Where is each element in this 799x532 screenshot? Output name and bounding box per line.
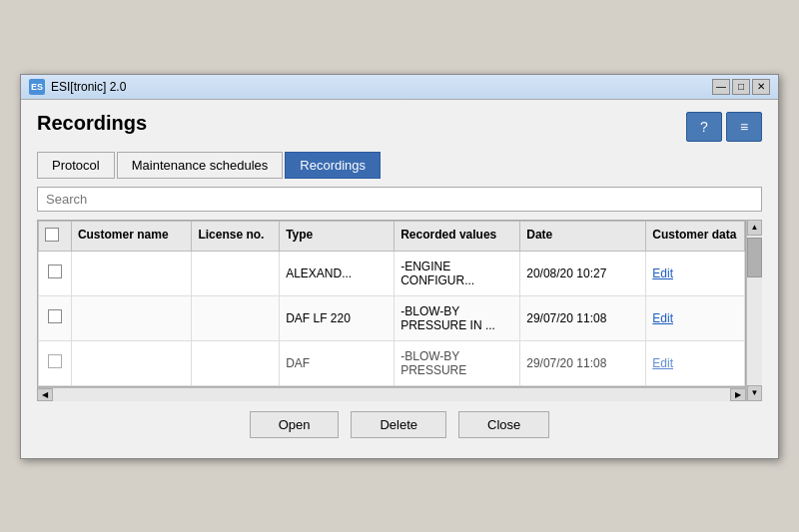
row1-license-no	[192, 251, 280, 295]
help-button[interactable]: ?	[686, 112, 722, 142]
h-scroll-track	[53, 388, 730, 401]
vertical-scrollbar: ▲ ▼	[746, 220, 762, 401]
row1-customer-data: Edit	[646, 251, 745, 295]
row1-customer-name	[71, 251, 192, 295]
footer-buttons: Open Delete Close	[37, 401, 762, 446]
row3-checkbox[interactable]	[48, 354, 62, 368]
row3-customer-name	[71, 340, 192, 385]
row1-checkbox-cell	[39, 251, 72, 295]
tab-maintenance[interactable]: Maintenance schedules	[117, 152, 284, 179]
row2-customer-name	[71, 295, 192, 340]
row3-customer-data: Edit	[646, 340, 745, 385]
title-bar-title: ESI[tronic] 2.0	[51, 80, 126, 94]
page-header: Recordings ? ≡	[37, 112, 762, 142]
tab-recordings[interactable]: Recordings	[285, 152, 381, 179]
row3-license-no	[192, 340, 280, 385]
row2-license-no	[192, 295, 280, 340]
table-header-row: Customer name License no. Type Recorded …	[39, 221, 745, 251]
row3-date: 29/07/20 11:08	[520, 340, 646, 385]
table-row: ALEXAND... -ENGINE CONFIGUR... 20/08/20 …	[39, 251, 745, 295]
row1-recorded-values: -ENGINE CONFIGUR...	[395, 251, 520, 295]
row2-edit-link[interactable]: Edit	[652, 311, 673, 325]
data-table: Customer name License no. Type Recorded …	[38, 221, 745, 386]
search-bar	[37, 187, 762, 212]
row2-type: DAF LF 220	[280, 295, 395, 340]
horizontal-scrollbar: ◀ ▶	[37, 387, 746, 401]
row2-checkbox-cell	[39, 295, 72, 340]
row3-type: DAF	[280, 340, 395, 385]
table-container: Customer name License no. Type Recorded …	[37, 220, 746, 387]
v-scroll-down-button[interactable]: ▼	[747, 385, 762, 401]
tab-bar: Protocol Maintenance schedules Recording…	[37, 152, 762, 179]
title-bar-controls: — □ ✕	[712, 79, 770, 95]
col-header-type: Type	[280, 221, 395, 251]
col-header-customer-name: Customer name	[71, 221, 192, 251]
page-title: Recordings	[37, 112, 147, 135]
table-row: DAF -BLOW-BY PRESSURE 29/07/20 11:08 Edi…	[39, 340, 745, 385]
main-window: ES ESI[tronic] 2.0 — □ ✕ Recordings ? ≡ …	[20, 74, 779, 459]
table-wrapper: Customer name License no. Type Recorded …	[37, 220, 762, 401]
row2-checkbox[interactable]	[48, 309, 62, 323]
h-scroll-right-button[interactable]: ▶	[730, 388, 746, 401]
row3-recorded-values: -BLOW-BY PRESSURE	[395, 340, 520, 385]
col-header-license-no: License no.	[192, 221, 280, 251]
row1-edit-link[interactable]: Edit	[652, 266, 673, 280]
open-button[interactable]: Open	[250, 411, 340, 438]
row3-edit-link[interactable]: Edit	[652, 356, 673, 370]
v-scroll-up-button[interactable]: ▲	[747, 220, 762, 236]
content-area: Recordings ? ≡ Protocol Maintenance sche…	[21, 100, 778, 458]
v-scroll-track	[747, 236, 762, 385]
row3-checkbox-cell	[39, 340, 72, 385]
title-bar-left: ES ESI[tronic] 2.0	[29, 79, 126, 95]
row2-customer-data: Edit	[646, 295, 745, 340]
col-header-date: Date	[520, 221, 646, 251]
h-scroll-left-button[interactable]: ◀	[37, 388, 53, 401]
maximize-button[interactable]: □	[732, 79, 750, 95]
row1-checkbox[interactable]	[48, 265, 62, 278]
header-buttons: ? ≡	[686, 112, 762, 142]
delete-button[interactable]: Delete	[351, 411, 446, 438]
table-row: DAF LF 220 -BLOW-BY PRESSURE IN ... 29/0…	[39, 295, 745, 340]
search-input[interactable]	[37, 187, 762, 212]
table-scroll: Customer name License no. Type Recorded …	[37, 220, 746, 401]
col-header-customer-data: Customer data	[646, 221, 745, 251]
row2-recorded-values: -BLOW-BY PRESSURE IN ...	[395, 295, 520, 340]
row1-type: ALEXAND...	[280, 251, 395, 295]
minimize-button[interactable]: —	[712, 79, 730, 95]
menu-button[interactable]: ≡	[726, 112, 762, 142]
tab-protocol[interactable]: Protocol	[37, 152, 115, 179]
close-button[interactable]: ✕	[752, 79, 770, 95]
row1-date: 20/08/20 10:27	[520, 251, 646, 295]
title-bar: ES ESI[tronic] 2.0 — □ ✕	[21, 75, 778, 100]
col-header-checkbox	[39, 221, 72, 251]
close-button-footer[interactable]: Close	[458, 411, 549, 438]
v-scroll-thumb[interactable]	[747, 238, 762, 277]
app-icon: ES	[29, 79, 45, 95]
row2-date: 29/07/20 11:08	[520, 295, 646, 340]
header-checkbox[interactable]	[45, 228, 59, 242]
col-header-recorded-values: Recorded values	[395, 221, 520, 251]
